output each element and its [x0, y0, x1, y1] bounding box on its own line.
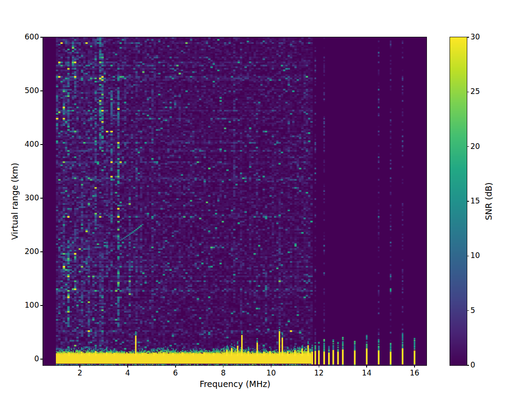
y-tick-label: 200 [16, 247, 39, 256]
heatmap-canvas [43, 37, 426, 365]
x-tick-label: 16 [404, 368, 425, 377]
x-tick-label: 4 [117, 368, 138, 377]
x-tick-label: 10 [260, 368, 282, 377]
x-tick-mark [319, 365, 320, 368]
colorbar-label: SNR (dB) [484, 182, 493, 220]
colorbar [450, 37, 467, 366]
y-tick-mark [40, 90, 43, 91]
ionogram-figure: IRF Uppsala SDR Ionosonde UP158 2026-03-… [0, 0, 532, 399]
colorbar-tick-mark [467, 92, 469, 93]
x-tick-mark [127, 365, 128, 368]
x-tick-mark [223, 365, 224, 368]
colorbar-tick-mark [467, 365, 469, 366]
x-tick-mark [79, 365, 80, 368]
heatmap-plot-area [43, 37, 427, 366]
colorbar-tick-mark [467, 146, 469, 147]
y-tick-mark [40, 359, 43, 360]
colorbar-tick-mark [467, 37, 469, 38]
colorbar-tick-mark [467, 201, 469, 202]
y-tick-mark [40, 144, 43, 145]
colorbar-tick-mark [467, 256, 469, 257]
colorbar-tick-label: 5 [470, 306, 488, 315]
colorbar-tick-label: 20 [470, 142, 488, 151]
x-tick-mark [366, 365, 367, 368]
y-tick-label: 400 [16, 140, 39, 149]
y-tick-mark [40, 198, 43, 199]
y-tick-label: 500 [16, 86, 39, 95]
y-tick-mark [40, 305, 43, 306]
y-tick-label: 600 [16, 32, 39, 41]
x-axis-label: Frequency (MHz) [146, 379, 324, 389]
y-tick-label: 100 [16, 301, 39, 309]
x-tick-label: 2 [69, 368, 90, 377]
x-tick-label: 8 [213, 368, 234, 377]
colorbar-tick-label: 0 [470, 360, 488, 369]
x-tick-mark [175, 365, 176, 368]
colorbar-tick-label: 10 [470, 251, 488, 260]
colorbar-canvas [450, 37, 467, 365]
colorbar-tick-mark [467, 310, 469, 311]
x-tick-mark [414, 365, 415, 368]
x-tick-mark [271, 365, 272, 368]
y-tick-mark [40, 251, 43, 252]
x-tick-label: 6 [165, 368, 186, 377]
y-axis-label: Virtual range (km) [10, 163, 20, 240]
y-tick-label: 0 [16, 354, 39, 363]
x-tick-label: 14 [356, 368, 377, 377]
x-tick-label: 12 [308, 368, 329, 377]
colorbar-tick-label: 30 [470, 32, 488, 41]
y-tick-mark [40, 37, 43, 38]
colorbar-tick-label: 25 [470, 87, 488, 96]
